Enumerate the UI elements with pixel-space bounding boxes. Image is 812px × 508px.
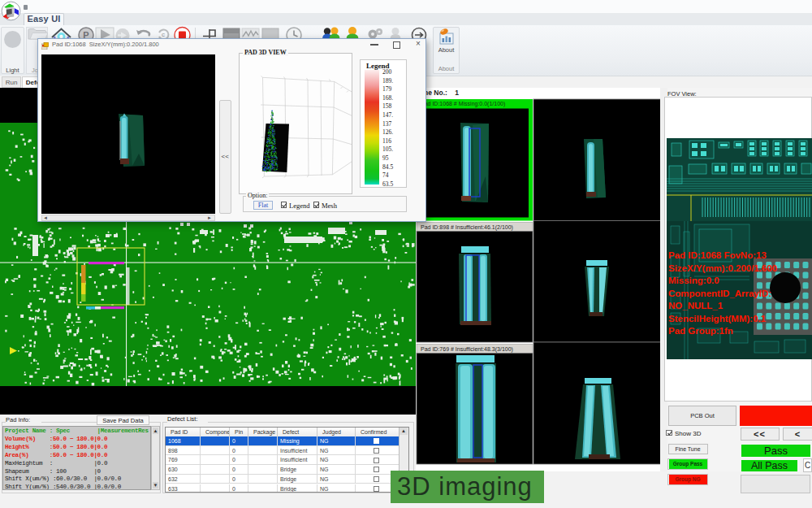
svg-text:Pad ID:1068 FovNo:13: Pad ID:1068 FovNo:13 xyxy=(668,250,767,260)
svg-text:Pad Group:1fn: Pad Group:1fn xyxy=(668,326,733,336)
svg-text:Missing:0.0: Missing:0.0 xyxy=(668,276,719,285)
svg-text:c: c xyxy=(162,31,165,38)
svg-text:Pad ID:769 # Insufficient:48.3: Pad ID:769 # Insufficient:48.3(3/100) xyxy=(421,346,513,353)
svg-text:Pad ID:1068 # Missing:0.0(1/10: Pad ID:1068 # Missing:0.0(1/100) xyxy=(421,101,505,107)
svg-text:SizeX/Y(mm):0.200/1.600: SizeX/Y(mm):0.200/1.600 xyxy=(668,263,777,273)
svg-text:Pad ID:898 # Insufficient:46.1: Pad ID:898 # Insufficient:46.1(2/100) xyxy=(421,224,513,231)
svg-text:NO_NULL_1: NO_NULL_1 xyxy=(668,301,723,310)
svg-text:ComponentID_ArrayID:: ComponentID_ArrayID: xyxy=(668,289,771,298)
svg-text:StencilHeight(MM):0.1: StencilHeight(MM):0.1 xyxy=(668,314,767,323)
